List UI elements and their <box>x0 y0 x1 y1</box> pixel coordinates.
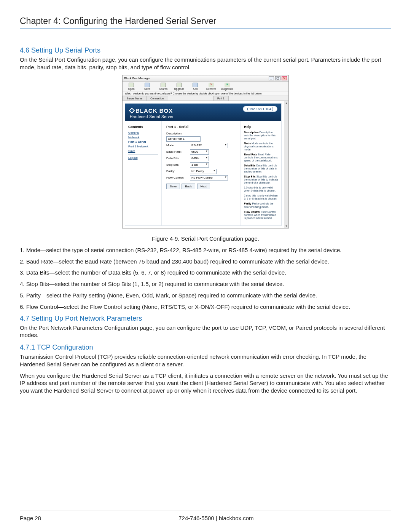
maximize-icon[interactable]: ▢ <box>275 76 280 80</box>
figure-caption: Figure 4-9. Serial Port Configuration pa… <box>20 235 391 242</box>
toolbar-diagnostic[interactable]: ♥Diagnostic <box>221 83 234 90</box>
window-titlebar: Black Box Manager _ ▢ X <box>123 75 288 81</box>
nav-port1-network[interactable]: Port 1 Network <box>128 145 158 148</box>
title-rule <box>20 29 391 29</box>
toolbar-save[interactable]: Save <box>141 83 154 90</box>
footer-contact: 724-746-5500 | blackbox.com <box>20 515 391 521</box>
baud-select[interactable]: 9600 <box>190 149 209 155</box>
section-47-intro: On the Port Network Parameters Configura… <box>20 324 391 339</box>
help-flow: Flow Control Flow Control controls when … <box>244 211 278 220</box>
toolbar-search[interactable]: Search <box>157 83 170 90</box>
window-title: Black Box Manager <box>124 77 150 80</box>
toolbar-upgrade[interactable]: Upgrade <box>173 83 186 90</box>
help-heading: Help <box>244 125 278 129</box>
label-stopbits: Stop Bits: <box>166 163 190 166</box>
save-icon <box>145 83 150 87</box>
app-toolbar: Open Save Search Upgrade Add ✕Remove ♥Di… <box>123 81 288 91</box>
section-46-heading: 4.6 Setting Up Serial Ports <box>20 46 391 54</box>
ip-badge: ( 192.168.1.104 ) <box>243 106 277 112</box>
logo-diamond-icon <box>129 107 135 113</box>
contents-heading: Contents <box>128 125 158 129</box>
window-controls: _ ▢ X <box>268 76 287 80</box>
help-description: Description Description sets the descrip… <box>244 131 278 140</box>
help-panel: Help Description Description sets the de… <box>241 121 281 225</box>
stopbits-select[interactable]: 1-Bit <box>190 162 209 168</box>
chapter-title: Chapter 4: Configuring the Hardened Seri… <box>20 16 391 26</box>
help-parity: Parity Parity controls the error checkin… <box>244 202 278 208</box>
scrollbar[interactable]: ▲ ▼ <box>284 101 288 228</box>
parity-select[interactable]: No Parity <box>190 169 217 174</box>
help-baud: Baud Rate Baud Rate controls the communi… <box>244 153 278 162</box>
config-page-screenshot: Black Box Manager _ ▢ X Open Save Search… <box>122 75 289 228</box>
list-item-3: 3. Data Bits—select the number of Data B… <box>20 269 391 276</box>
toolbar-remove[interactable]: ✕Remove <box>205 83 218 90</box>
form-save-button[interactable]: Save <box>166 184 180 189</box>
embedded-web-panel: BLACK BOX Hardened Serial Server ( 192.1… <box>125 103 282 226</box>
section-46-intro: On the Serial Port Configuration page, y… <box>20 56 391 71</box>
label-mode: Mode: <box>166 144 190 147</box>
section-47-heading: 4.7 Setting Up Port Network Parameters <box>20 315 391 323</box>
tab-server-name[interactable]: Server Name <box>123 96 147 101</box>
list-item-4: 4. Stop Bits—select the number of Stop B… <box>20 280 391 288</box>
upgrade-icon <box>177 83 182 87</box>
tab-connection[interactable]: Connection <box>146 96 168 101</box>
form-heading: Port 1 - Serial <box>166 125 236 129</box>
list-item-2: 2. Baud Rate—select the Baud Rate (betwe… <box>20 258 391 265</box>
remove-icon: ✕ <box>209 83 214 87</box>
form-next-button[interactable]: Next <box>197 184 210 189</box>
nav-port1-serial[interactable]: Port 1 Serial <box>128 140 158 144</box>
help-stop2: 2 stop bits is only valid when 6, 7 or 8… <box>244 194 278 200</box>
nav-logout[interactable]: Logout <box>128 156 158 160</box>
help-databits: Data Bits Data Bits controls the number … <box>244 164 278 173</box>
toolbar-add[interactable]: Add <box>189 83 202 90</box>
page-footer: Page 28 724-746-5500 | blackbox.com <box>20 511 391 521</box>
label-flow: Flow Control: <box>166 176 190 179</box>
serial-port-form: Port 1 - Serial Description: Mode:RS-232… <box>162 121 241 225</box>
section-471-p1: Transmission Control Protocol (TCP) prov… <box>20 353 391 368</box>
mode-select[interactable]: RS-232 <box>190 143 228 148</box>
diagnostic-icon: ♥ <box>225 83 230 87</box>
footer-page-number: Page 28 <box>20 515 41 521</box>
list-item-1: 1. Mode—select the type of serial connec… <box>20 246 391 254</box>
close-icon[interactable]: X <box>282 76 287 80</box>
label-databits: Data Bits: <box>166 157 190 160</box>
nav-save[interactable]: Save <box>128 149 158 153</box>
form-back-button[interactable]: Back <box>182 184 195 189</box>
brand-text: BLACK BOX <box>135 107 173 114</box>
list-item-6: 6. Flow Control—select the Flow Control … <box>20 303 391 311</box>
contents-nav: Contents General Network Port 1 Serial P… <box>125 121 162 225</box>
scroll-up-icon[interactable]: ▲ <box>285 102 288 104</box>
add-icon <box>193 83 198 87</box>
search-icon <box>161 83 166 87</box>
label-baud: Baud Rate: <box>166 150 190 153</box>
brand-subtitle: Hardened Serial Server <box>130 115 277 119</box>
device-tabs: Server Name Connection Port 1 <box>123 96 288 101</box>
nav-general[interactable]: General <box>128 131 158 134</box>
minimize-icon[interactable]: _ <box>269 76 274 80</box>
databits-select[interactable]: 8-Bits <box>190 156 209 161</box>
help-stopbits: Stop Bits Stop Bits controls the number … <box>244 175 278 184</box>
help-mode: Mode Mode controls the physical communic… <box>244 142 278 151</box>
section-471-p2: When you configure the Hardened Serial S… <box>20 372 391 395</box>
toolbar-open[interactable]: Open <box>125 83 138 90</box>
section-471-heading: 4.7.1 TCP Configuration <box>20 343 391 351</box>
description-input[interactable] <box>166 136 201 142</box>
open-icon <box>129 83 134 87</box>
scroll-down-icon[interactable]: ▼ <box>285 225 288 227</box>
nav-network[interactable]: Network <box>128 136 158 139</box>
flow-select[interactable]: No Flow Control <box>190 175 228 181</box>
instruction-line: Which device do you want to configure? C… <box>123 91 288 96</box>
tab-port1[interactable]: Port 1 <box>213 96 229 101</box>
label-parity: Parity: <box>166 169 190 173</box>
label-description: Description: <box>166 132 190 135</box>
list-item-5: 5. Parity—select the Parity setting (Non… <box>20 292 391 299</box>
help-stop15: 1.5 stop bits is only valid when 5 data … <box>244 186 278 192</box>
